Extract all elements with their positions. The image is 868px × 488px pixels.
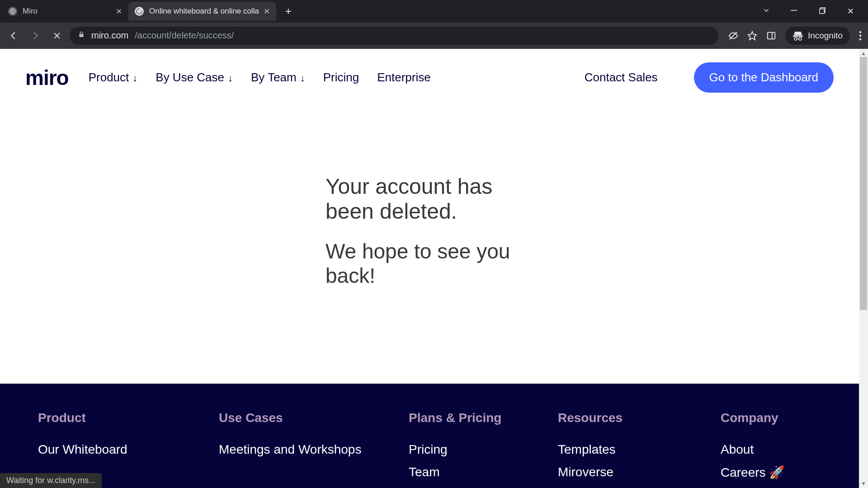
svg-point-12: [859, 34, 861, 36]
url-path: /account/delete/success/: [135, 30, 234, 41]
tab-title: Miro: [23, 7, 111, 16]
overflow-menu-icon[interactable]: [859, 31, 862, 41]
chevron-down-icon: ↓: [132, 72, 137, 84]
svg-point-13: [859, 38, 861, 40]
nav-item-team[interactable]: By Team ↓: [251, 70, 305, 84]
new-tab-button[interactable]: +: [281, 4, 296, 19]
vertical-scrollbar[interactable]: ▲ ▼: [859, 49, 868, 488]
footer-link[interactable]: Templates: [558, 442, 675, 457]
footer-link[interactable]: Team: [409, 465, 513, 479]
close-icon[interactable]: ✕: [264, 7, 270, 16]
svg-rect-9: [768, 32, 775, 39]
nav-label: Pricing: [323, 70, 359, 84]
deleted-headline: Your account has been deleted.: [326, 174, 515, 224]
stop-reload-button[interactable]: [48, 27, 66, 45]
footer-col-title: Company: [721, 411, 821, 425]
bookmark-star-icon[interactable]: [747, 31, 757, 41]
footer-link[interactable]: Miroverse: [558, 465, 675, 479]
nav-item-use-case[interactable]: By Use Case ↓: [156, 70, 233, 84]
footer-link[interactable]: Our Whiteboard: [38, 442, 174, 457]
footer-col-title: Plans & Pricing: [409, 411, 513, 425]
browser-tab[interactable]: Miro ✕: [2, 2, 128, 21]
chevron-down-icon[interactable]: [760, 6, 772, 17]
spinner-icon: [135, 7, 144, 16]
site-header: miro Product ↓ By Use Case ↓ By Team ↓: [0, 49, 859, 106]
site-footer: Product Our Whiteboard Use Cases Meeting…: [0, 384, 859, 488]
svg-marker-8: [748, 31, 756, 39]
side-panel-icon[interactable]: [766, 31, 776, 41]
browser-status-bar: Waiting for w.clarity.ms...: [0, 473, 102, 488]
scrollbar-thumb[interactable]: [860, 57, 867, 310]
globe-icon: [8, 7, 17, 16]
tab-title: Online whiteboard & online colla: [149, 7, 259, 16]
browser-toolbar: miro.com/account/delete/success/ Incogni…: [0, 23, 868, 49]
footer-link[interactable]: Careers 🚀: [721, 465, 821, 480]
miro-logo[interactable]: miro: [25, 66, 69, 90]
page-viewport: miro Product ↓ By Use Case ↓ By Team ↓: [0, 49, 868, 488]
incognito-label: Incognito: [808, 31, 843, 41]
svg-point-11: [859, 31, 861, 33]
svg-rect-1: [791, 10, 797, 11]
tracking-protection-icon[interactable]: [728, 31, 738, 41]
svg-rect-6: [79, 34, 83, 37]
maximize-button[interactable]: [816, 7, 828, 16]
browser-tab-active[interactable]: Online whiteboard & online colla ✕: [128, 2, 276, 21]
footer-col-title: Product: [38, 411, 174, 425]
chevron-down-icon: ↓: [228, 72, 233, 84]
close-window-button[interactable]: ✕: [844, 6, 856, 16]
scroll-up-arrow[interactable]: ▲: [859, 49, 868, 58]
svg-rect-3: [819, 9, 824, 13]
main-content: Your account has been deleted. We hope t…: [0, 106, 859, 384]
footer-col-title: Use Cases: [219, 411, 363, 425]
scroll-down-arrow[interactable]: ▼: [859, 479, 868, 488]
window-controls: ✕: [760, 6, 864, 17]
nav-item-enterprise[interactable]: Enterprise: [377, 70, 431, 84]
minimize-button[interactable]: [788, 7, 800, 16]
browser-tab-strip: Miro ✕ Online whiteboard & online colla …: [0, 0, 868, 23]
nav-label: Product: [89, 70, 129, 84]
forward-button[interactable]: [26, 27, 44, 45]
nav-item-pricing[interactable]: Pricing: [323, 70, 359, 84]
lock-icon: [78, 31, 85, 40]
footer-link[interactable]: Pricing: [409, 442, 513, 457]
incognito-indicator[interactable]: Incognito: [785, 27, 850, 45]
nav-label: By Use Case: [156, 70, 224, 84]
nav-label: By Team: [251, 70, 297, 84]
close-icon[interactable]: ✕: [116, 7, 122, 16]
contact-sales-link[interactable]: Contact Sales: [585, 70, 658, 84]
footer-col-title: Resources: [558, 411, 675, 425]
nav-item-product[interactable]: Product ↓: [89, 70, 138, 84]
chevron-down-icon: ↓: [300, 72, 305, 84]
nav-label: Enterprise: [377, 70, 431, 84]
dashboard-cta-button[interactable]: Go to the Dashboard: [694, 62, 834, 93]
address-bar[interactable]: miro.com/account/delete/success/: [70, 27, 718, 45]
back-button[interactable]: [5, 27, 23, 45]
footer-link[interactable]: Meetings and Workshops: [219, 442, 363, 457]
deleted-subtext: We hope to see you back!: [326, 239, 515, 288]
url-host: miro.com: [91, 30, 128, 41]
incognito-icon: [793, 30, 803, 41]
primary-nav: Product ↓ By Use Case ↓ By Team ↓ Pricin…: [89, 70, 431, 84]
footer-link[interactable]: About: [721, 442, 821, 457]
